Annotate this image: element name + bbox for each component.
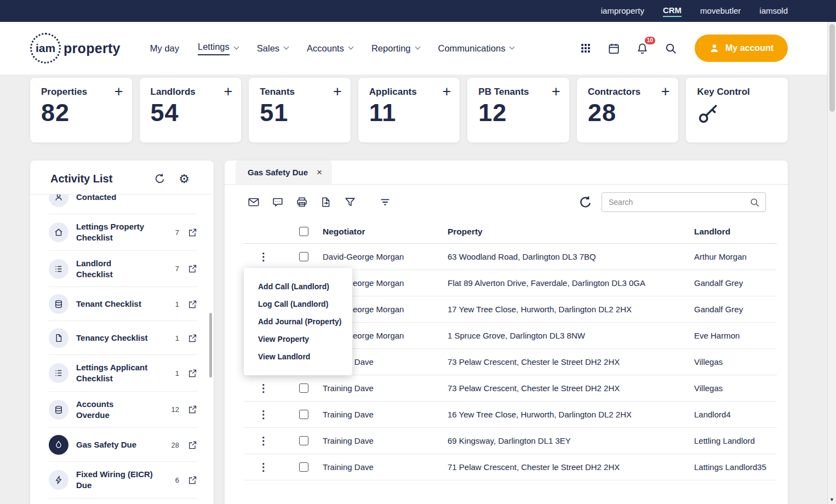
apps-grid-icon[interactable] [579,41,593,55]
activity-list-header: Activity List ⚙ [30,161,214,194]
activity-count: 12 [170,405,179,414]
search-icon[interactable] [664,41,678,55]
add-property-button[interactable]: + [114,84,123,99]
row-menu-icon[interactable]: ⋮ [259,461,269,473]
activity-item-accounts-overdue[interactable]: Accounts Overdue 12 [30,392,214,428]
stat-card-properties[interactable]: Properties + 82 [30,78,132,142]
stat-card-landlords[interactable]: Landlords + 54 [140,78,242,142]
select-row-checkbox[interactable] [299,462,308,472]
menu-item-log-call-landlord[interactable]: Log Call (Landlord) [244,295,352,313]
activity-item-contacted[interactable]: Contacted [30,194,214,214]
row-menu-icon[interactable]: ⋮ [259,382,269,394]
email-icon[interactable] [248,196,260,208]
logo-property-text: property [64,41,121,56]
add-applicant-button[interactable]: + [443,84,451,99]
select-row-checkbox[interactable] [299,410,308,419]
search-icon[interactable] [749,197,760,208]
stat-card-applicants[interactable]: Applicants + 11 [358,78,460,142]
activity-item-landlord-checklist[interactable]: Landlord Checklist 7 [30,251,214,288]
external-link-icon[interactable] [188,369,197,378]
nav-communications[interactable]: Communications [438,43,514,54]
refresh-icon[interactable] [579,196,592,209]
select-row-checkbox[interactable] [299,383,308,393]
calendar-icon[interactable] [607,41,621,55]
activity-list: Contacted Lettings Property Checklist 7 [30,194,214,504]
select-row-checkbox[interactable] [299,436,308,445]
droplet-icon [49,435,68,455]
notifications-bell-icon[interactable]: 10 [635,41,650,55]
add-landlord-button[interactable]: + [224,84,232,99]
table-search [602,192,766,212]
chevron-down-icon [415,44,420,50]
nav-sales[interactable]: Sales [257,43,288,54]
topbar-link-iamproperty[interactable]: iamproperty [601,6,644,16]
topbar-link-crm[interactable]: CRM [663,5,682,17]
activity-item-lettings-property-checklist[interactable]: Lettings Property Checklist 7 [30,214,214,251]
stat-card-key-control[interactable]: Key Control [686,78,788,142]
gear-icon[interactable]: ⚙ [179,173,190,185]
sort-filter-icon[interactable] [379,196,391,208]
external-link-icon[interactable] [188,300,197,309]
external-link-icon[interactable] [188,264,197,273]
menu-item-view-property[interactable]: View Property [244,330,352,348]
cell-property: 1 Spruce Grove, Darlington DL3 8NW [448,331,694,340]
stat-card-contractors[interactable]: Contractors + 28 [577,78,679,142]
refresh-icon[interactable] [154,173,165,185]
print-icon[interactable] [296,196,308,208]
menu-item-view-landlord[interactable]: View Landlord [244,348,352,365]
external-link-icon[interactable] [188,476,197,485]
external-link-icon[interactable] [188,334,197,343]
search-input[interactable] [609,198,749,207]
select-row-checkbox[interactable] [299,252,308,261]
stat-card-tenants[interactable]: Tenants + 51 [249,78,351,142]
logo-iam-circle: iam [30,33,61,64]
export-icon[interactable] [320,196,332,208]
page-scrollbar[interactable]: ▼ [827,22,836,504]
external-link-icon[interactable] [188,228,197,237]
row-menu-icon[interactable]: ⋮ [259,434,269,447]
row-menu-icon[interactable]: ⋮ [259,408,269,421]
tab-label: Gas Safety Due [248,168,308,177]
topbar-link-iamsold[interactable]: iamsold [759,6,788,16]
notification-count-badge: 10 [645,37,655,44]
table-row: ⋮ Training Dave 69 Kingsway, Darlington … [244,428,777,454]
add-tenant-button[interactable]: + [333,84,342,99]
menu-item-add-call-landlord[interactable]: Add Call (Landlord) [244,278,352,295]
external-link-icon[interactable] [188,440,197,450]
activity-item-tenant-checklist[interactable]: Tenant Checklist 1 [30,287,214,321]
my-account-button[interactable]: My account [695,35,788,62]
activity-item-lettings-applicant-checklist[interactable]: Lettings Applicant Checklist 1 [30,355,214,392]
close-icon[interactable]: × [317,168,322,177]
add-pb-tenant-button[interactable]: + [552,84,560,99]
house-icon [49,222,68,242]
external-link-icon[interactable] [188,405,197,414]
activity-item-fixed-wiring-due[interactable]: Fixed Wiring (EICR) Due 6 [30,462,214,499]
tab-gas-safety-due[interactable]: Gas Safety Due × [236,161,332,184]
select-all-checkbox[interactable] [299,227,308,236]
sms-icon[interactable] [272,196,284,208]
activity-list-scrollbar[interactable] [209,313,212,377]
row-menu-icon[interactable]: ⋮ [259,250,269,263]
coins-icon [49,400,68,420]
nav-accounts[interactable]: Accounts [307,43,353,54]
nav-lettings[interactable]: Lettings [198,42,238,55]
key-icon [697,102,779,127]
stat-card-pb-tenants[interactable]: PB Tenants + 12 [467,78,569,142]
cell-property: Flat 89 Alverton Drive, Faverdale, Darli… [448,278,694,288]
menu-item-add-journal-property[interactable]: Add Journal (Property) [244,313,352,330]
scroll-down-arrow-icon[interactable]: ▼ [828,497,836,502]
table-row: ⋮ Training Dave 16 Yew Tree Close, Hurwo… [244,402,777,428]
add-contractor-button[interactable]: + [661,84,670,99]
table-toolbar [225,185,788,220]
scrollbar-thumb[interactable] [829,24,835,112]
iamproperty-logo[interactable]: iam property [30,33,121,64]
activity-item-gas-safety-due[interactable]: Gas Safety Due 28 [30,428,214,462]
nav-my-day[interactable]: My day [150,43,179,54]
table-row: ⋮ David-George Morgan 63 Woodland Road, … [244,244,777,270]
nav-reporting[interactable]: Reporting [371,43,420,54]
activity-item-tenancy-checklist[interactable]: Tenancy Checklist 1 [30,321,214,355]
topbar-link-movebutler[interactable]: movebutler [700,6,741,16]
cell-landlord: Lettling Landlord [694,436,777,445]
cell-landlord: Gandalf Grey [694,305,777,314]
filter-funnel-icon[interactable] [344,196,356,208]
